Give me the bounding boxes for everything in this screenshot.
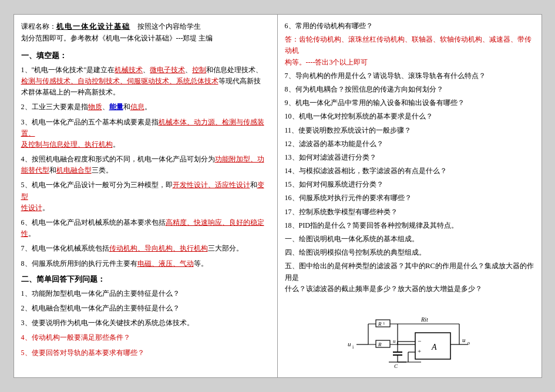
instruction-text: 按照这个内容给学生 <box>130 22 201 31</box>
right-item-7: 7、导向机构的作用是什么？请说导轨、滚珠导轨各有什么特点？ <box>285 70 534 82</box>
item-7: 7、机电一体化机械系统包括传动机构、导向机构、执行机构三大部分。 <box>21 243 270 254</box>
right-item-14: 14、与模拟滤波器相比，数字滤波器的有点是什么？ <box>285 165 534 177</box>
right-item-8: 8、何为机电耦合？按照信息的传递方向如何划分？ <box>285 84 534 95</box>
right-item-10: 10、机电一体化对控制系统的基本要求是什么？ <box>285 111 534 122</box>
main-page: 课程名称：机电一体化设计基础 按照这个内容给学生 划分范围即可。参考教材《机电一… <box>14 14 542 378</box>
svg-text:Rit: Rit <box>421 316 428 323</box>
item-6: 6、机电一体化产品对机械系统的基本要求包括高精度、快速响应、良好的稳定 性。 <box>21 217 270 239</box>
section2-title: 二、简单回答下列问题： <box>21 274 270 285</box>
course-header-line2: 划分范围即可。参考教材《机电一体化设计基础》---郑堤 主编 <box>21 32 270 44</box>
svg-text:+: + <box>418 347 421 354</box>
item2-3: 3、使要说明作为机电一体化关键技术的系统总体技术。 <box>21 317 270 329</box>
item2-5: 5、使要回答对导轨的基本要求有哪些？ <box>21 347 270 359</box>
right-panel: 6、常用的传动机构有哪些？ 答：齿轮传动机构、滚珠丝杠传动机构、联轴器、软轴传动… <box>278 15 541 377</box>
right-item-13: 13、如何对滤波器进行分类？ <box>285 152 534 163</box>
right-item-section5: 五、图中给出的是何种类型的滤波器？其中的RC的作用是什么？集成放大器的作用是什么… <box>285 261 534 295</box>
svg-text:u: u <box>348 340 351 347</box>
item-4: 4、按照机电融合程度和形式的不同，机电一体化产品可划分为功能附加型、功 能替代型… <box>21 154 270 176</box>
right-item-16: 16、伺服系统对执行元件的要求有哪些？ <box>285 192 534 204</box>
right-item-17: 17、控制系统数学模型有哪些种类？ <box>285 207 534 218</box>
item2-1: 1、功能附加型机电一体化产品的主要特征是什么？ <box>21 288 270 299</box>
section1-title: 一、填空题： <box>21 50 270 61</box>
item-2: 2、工业三大要素是指物质、能量和信息。 <box>21 102 270 113</box>
left-panel: 课程名称：机电一体化设计基础 按照这个内容给学生 划分范围即可。参考教材《机电一… <box>14 15 278 377</box>
item2-2: 2、机电融合型机电一体化产品的主要特征是什么？ <box>21 303 270 314</box>
right-item-9: 9、机电一体化产品中常用的输入设备和输出设备有哪些？ <box>285 97 534 109</box>
header-section: 课程名称：机电一体化设计基础 按照这个内容给学生 划分范围即可。参考教材《机电一… <box>21 21 270 45</box>
item2-4: 4、传动机构一般要满足那些条件？ <box>21 332 270 343</box>
course-label: 课程名称： <box>21 22 56 31</box>
item-8: 8、伺服系统所用到的执行元件主要有电磁、液压、气动等。 <box>21 258 270 269</box>
svg-text:A: A <box>431 343 437 352</box>
right-item-6: 6、常用的传动机构有哪些？ <box>285 21 534 32</box>
right-item-18: 18、PID指的是什么？简要回答各种控制规律及其特点。 <box>285 220 534 231</box>
svg-text:u: u <box>462 336 466 343</box>
right-item-11: 11、使要说明数控系统设计的一般步骤？ <box>285 125 534 136</box>
svg-text:i: i <box>352 344 354 350</box>
course-name: 机电一体化设计基础 <box>56 22 130 31</box>
right-item-15: 15、如何对伺服系统进行分类？ <box>285 179 534 190</box>
svg-text:C: C <box>394 363 398 369</box>
right-item-12: 12、滤波器的基本功能是什么？ <box>285 138 534 150</box>
answer-6: 答：齿轮传动机构、滚珠丝杠传动机构、联轴器、软轴传动机构、减速器、带传动机构等。… <box>285 34 534 68</box>
right-item-section4: 四、绘图说明模拟信号控制系统的典型组成。 <box>285 247 534 258</box>
right-item-section3: 一、绘图说明机电一体化系统的基本组成。 <box>285 234 534 245</box>
svg-text:R: R <box>378 321 382 327</box>
circuit-diagram: u i R 1 R <box>285 300 534 371</box>
circuit-svg: u i R 1 R <box>345 300 474 371</box>
course-header-line1: 课程名称：机电一体化设计基础 按照这个内容给学生 <box>21 21 270 32</box>
svg-text:−: − <box>418 337 421 344</box>
item-3: 3、机电一体化产品的五个基本构成要素是指机械本体、动力源、检测与传感装置、 及控… <box>21 117 270 151</box>
instruction-text2: 划分范围即可。参考教材《机电一体化设计基础》---郑堤 主编 <box>21 34 213 42</box>
svg-text:1: 1 <box>383 321 385 326</box>
item-5: 5、机电一体化产品设计一般可分为三种模型，即开发性设计、适应性设计和变型 性设计… <box>21 180 270 214</box>
svg-text:R: R <box>378 342 382 347</box>
svg-text:u: u <box>393 338 396 344</box>
item-1: 1、"机电一体化技术"是建立在机械技术、微电子技术、控制和信息处理技术、 检测与… <box>21 65 270 99</box>
svg-text:o: o <box>467 340 470 346</box>
